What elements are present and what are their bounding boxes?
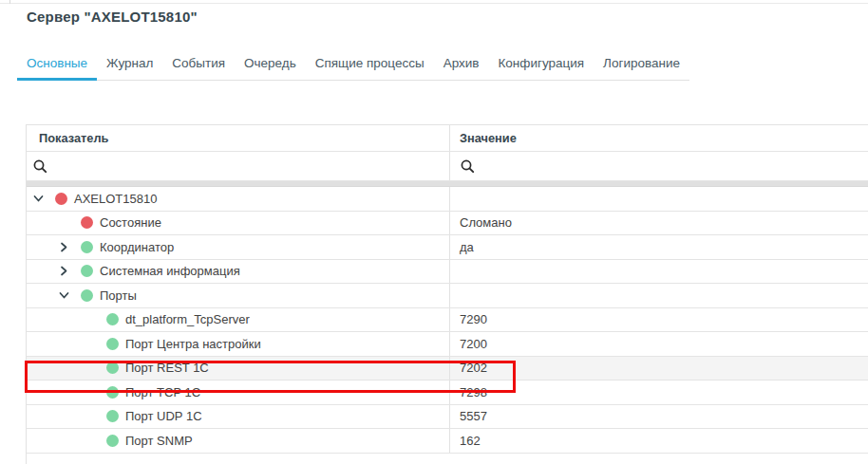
column-header-value[interactable]: Значение [450, 125, 868, 151]
top-border-tick [9, 0, 10, 4]
row-name-cell: Порт UDP 1C [27, 405, 450, 429]
status-dot-green [106, 435, 119, 447]
status-dot-green [106, 386, 119, 399]
row-label: dt_platform_TcpServer [125, 312, 250, 326]
row-name-cell: Системная информация [27, 260, 450, 284]
status-dot-red [81, 216, 93, 229]
row-name-cell: Порт Центра настройки [27, 332, 450, 356]
chevron-down-icon[interactable] [58, 289, 81, 302]
table-row[interactable]: Координаторда [27, 235, 868, 260]
row-label: Системная информация [100, 264, 240, 278]
top-border-line [0, 3, 868, 4]
column-header-indicator[interactable]: Показатель [27, 125, 450, 151]
row-name-cell: Состояние [27, 212, 450, 235]
table-row[interactable]: AXELOT15810 [27, 187, 868, 212]
tab-ochered[interactable]: Очередь [235, 49, 306, 81]
row-value [450, 187, 868, 211]
table-row[interactable]: Системная информация [27, 260, 868, 285]
chevron-right-icon[interactable] [58, 241, 81, 253]
filter-input-indicator[interactable] [27, 152, 450, 180]
tab-spyashchie-protsessy[interactable]: Спящие процессы [306, 49, 434, 81]
tab-arkhiv[interactable]: Архив [434, 49, 489, 81]
row-label: Порт TCP 1C [125, 385, 200, 399]
tab-zhurnal[interactable]: Журнал [97, 49, 162, 81]
search-icon [32, 158, 48, 175]
tab-logirovanie[interactable]: Логирование [594, 49, 689, 81]
row-value: да [450, 235, 868, 259]
row-value: 7202 [450, 357, 868, 380]
filter-input-value[interactable] [450, 152, 868, 180]
row-value [450, 260, 868, 284]
status-dot-green [81, 289, 93, 302]
table-row[interactable]: Порт SNMP162 [27, 429, 868, 454]
row-value: Сломано [450, 212, 868, 235]
row-label: AXELOT15810 [74, 192, 157, 206]
row-value: 7298 [450, 380, 868, 404]
row-name-cell: AXELOT15810 [27, 187, 450, 211]
chevron-right-icon[interactable] [58, 265, 81, 277]
table-row[interactable]: Порт TCP 1C7298 [27, 380, 868, 405]
page-title: Сервер "AXELOT15810" [27, 9, 198, 25]
table-row[interactable]: Порт UDP 1C5557 [27, 405, 868, 430]
status-dot-green [81, 265, 93, 277]
tab-sobytiya[interactable]: События [162, 49, 235, 81]
row-label: Порт SNMP [125, 434, 193, 448]
status-dot-green [81, 241, 93, 253]
status-dot-green [106, 338, 119, 350]
row-value: 162 [450, 429, 868, 453]
metrics-tree-table: Показатель Значение AXELOT15810Состояние… [26, 124, 868, 464]
row-name-cell: Порт TCP 1C [27, 380, 450, 404]
row-value: 5557 [450, 405, 868, 429]
table-row[interactable]: Порты [27, 284, 868, 308]
tab-bar: ОсновныеЖурналСобытияОчередьСпящие проце… [17, 49, 689, 81]
tree-table-body: AXELOT15810СостояниеСломаноКоординаторда… [27, 187, 868, 454]
table-filter-row [27, 152, 868, 181]
row-value [450, 284, 868, 307]
row-name-cell: Порт REST 1C [27, 357, 450, 380]
row-name-cell: dt_platform_TcpServer [27, 308, 450, 332]
search-icon [460, 158, 476, 175]
table-row[interactable]: Порт Центра настройки7200 [27, 332, 868, 357]
status-dot-green [106, 410, 119, 422]
tab-konfiguratsiya[interactable]: Конфигурация [488, 49, 594, 81]
row-label: Порт Центра настройки [125, 337, 261, 351]
table-row[interactable]: dt_platform_TcpServer7290 [27, 308, 868, 333]
chevron-down-icon[interactable] [32, 193, 55, 205]
row-label: Порты [100, 288, 137, 303]
row-label: Порт UDP 1C [125, 409, 202, 423]
table-header-row: Показатель Значение [27, 125, 868, 152]
status-dot-green [106, 313, 119, 325]
table-row[interactable]: Порт REST 1C7202 [27, 357, 868, 381]
table-row[interactable]: СостояниеСломано [27, 212, 868, 236]
tab-osnovnye[interactable]: Основные [17, 49, 97, 81]
row-name-cell: Порт SNMP [27, 429, 450, 453]
row-name-cell: Порты [27, 284, 450, 307]
row-value: 7200 [450, 332, 868, 356]
row-label: Координатор [100, 240, 174, 254]
row-label: Состояние [100, 215, 161, 230]
row-value: 7290 [450, 308, 868, 332]
row-label: Порт REST 1C [125, 361, 209, 375]
row-name-cell: Координатор [27, 235, 450, 259]
status-dot-green [106, 362, 119, 374]
status-dot-red [55, 193, 67, 205]
